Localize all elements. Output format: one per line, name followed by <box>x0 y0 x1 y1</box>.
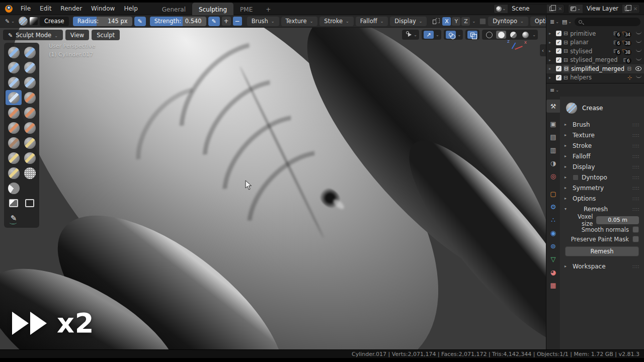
new-scene-button[interactable] <box>547 5 556 13</box>
brush-direction-add-button[interactable]: + <box>222 17 231 26</box>
symmetry-dropdown[interactable]: ⌄ <box>472 19 475 24</box>
shading-solid-button[interactable] <box>496 31 506 39</box>
properties-tab-physics[interactable]: ◉ <box>546 226 560 239</box>
outliner-row-primitive[interactable]: primitive634 <box>546 29 644 38</box>
scene-selector[interactable]: ⌄ Scene ✕ <box>494 4 565 14</box>
voxel-size-field[interactable]: 0.05 m <box>596 216 639 224</box>
properties-tab-particles[interactable]: ∴ <box>546 213 560 226</box>
tool-smooth[interactable] <box>22 90 38 105</box>
mirror-axis-z[interactable]: Z <box>461 17 470 26</box>
panel-display[interactable]: Display <box>560 161 644 172</box>
viewport-canvas[interactable]: Sculpt Mode View Sculpt ⌄ ⌄ ⌄ ⌄ User Per… <box>0 28 546 349</box>
show-object-types-dropdown[interactable]: ⌄ <box>402 30 419 40</box>
panel-dyntopo[interactable]: Dyntopo <box>560 172 644 183</box>
xray-toggle[interactable] <box>467 31 477 39</box>
options-dropdown[interactable]: Options <box>530 17 546 26</box>
smooth-normals-checkbox[interactable] <box>632 226 639 233</box>
drag-handle-icon[interactable] <box>632 175 639 180</box>
drag-handle-icon[interactable] <box>632 143 639 148</box>
remesh-button[interactable]: Remesh <box>565 246 639 256</box>
tool-simplify[interactable] <box>22 165 38 180</box>
drag-handle-icon[interactable] <box>632 207 639 212</box>
shading-material-button[interactable] <box>508 31 518 39</box>
properties-tab-constraints[interactable]: ⊚ <box>546 239 560 252</box>
properties-tab-object[interactable]: ▢ <box>546 187 560 200</box>
sculpt-menu[interactable]: Sculpt <box>92 30 120 40</box>
expand-icon[interactable] <box>549 31 554 36</box>
panel-dropdown-stroke[interactable]: Stroke <box>319 17 353 26</box>
panel-options[interactable]: Options <box>560 193 644 204</box>
tool-box-mask[interactable] <box>6 196 22 211</box>
brush-direction-subtract-button[interactable]: − <box>233 17 242 26</box>
drag-handle-icon[interactable] <box>632 154 639 159</box>
visibility-checkbox[interactable] <box>556 48 561 54</box>
visibility-checkbox[interactable] <box>556 57 561 63</box>
menu-render[interactable]: Render <box>56 3 87 15</box>
eye-open-icon[interactable] <box>635 66 641 71</box>
dyntopo-enable-checkbox[interactable] <box>573 174 579 180</box>
properties-tab-view-layer[interactable]: ▥ <box>546 143 560 156</box>
properties-tab-world[interactable]: ◎ <box>546 169 560 183</box>
properties-tab-output[interactable]: ▤ <box>546 130 560 143</box>
panel-dropdown-falloff[interactable]: Falloff <box>356 17 388 26</box>
unlink-scene-button[interactable]: ✕ <box>556 5 564 13</box>
outliner-editor-type-button[interactable]: ≣⌄ <box>550 19 559 25</box>
menu-edit[interactable]: Edit <box>35 3 56 15</box>
eye-closed-icon[interactable] <box>636 57 641 60</box>
expand-icon[interactable] <box>549 58 554 62</box>
dyntopo-checkbox[interactable] <box>479 18 486 25</box>
visibility-checkbox[interactable] <box>556 75 561 80</box>
menu-file[interactable]: File <box>16 3 35 15</box>
panel-texture[interactable]: Texture <box>560 130 644 140</box>
properties-tab-texture[interactable]: ▦ <box>546 279 560 292</box>
blender-logo-icon[interactable] <box>5 5 13 13</box>
properties-tab-object-data[interactable]: ▽ <box>546 252 560 265</box>
drag-handle-icon[interactable] <box>632 264 639 269</box>
tool-crease[interactable] <box>6 90 22 105</box>
outliner-row-stylised[interactable]: stylised638 <box>546 47 644 56</box>
shading-rendered-button[interactable] <box>520 31 530 39</box>
view-menu[interactable]: View <box>65 30 89 40</box>
sidebar-collapse-arrow[interactable]: ‹ <box>540 44 546 56</box>
outliner-row-helpers[interactable]: helpers <box>546 73 644 82</box>
gizmos-toggle[interactable] <box>424 31 434 39</box>
brush-falloff-preview-icon[interactable] <box>30 17 38 25</box>
drag-handle-icon[interactable] <box>632 186 639 191</box>
strength-pressure-toggle[interactable] <box>208 17 220 26</box>
tool-annotate[interactable] <box>6 211 22 226</box>
crease-brush-icon[interactable] <box>566 103 577 114</box>
view-layer-selector[interactable]: ⌄ View Layer ✕ <box>568 4 640 14</box>
brush-name-field[interactable]: Crease <box>40 17 69 26</box>
overlays-toggle[interactable] <box>446 31 456 39</box>
visibility-checkbox[interactable] <box>556 66 561 71</box>
tool-draw[interactable] <box>6 45 22 60</box>
tool-mask[interactable] <box>6 180 22 196</box>
outliner-search-input[interactable] <box>575 18 640 26</box>
tool-nudge[interactable] <box>22 150 38 165</box>
expand-icon[interactable] <box>549 40 554 45</box>
panel-brush[interactable]: Brush <box>560 119 644 130</box>
properties-tab-material[interactable]: ◕ <box>546 265 560 279</box>
visibility-checkbox[interactable] <box>556 31 561 36</box>
panel-symmetry[interactable]: Symmetry <box>560 183 644 193</box>
panel-dropdown-brush[interactable]: Brush <box>247 17 279 26</box>
new-view-layer-button[interactable] <box>622 5 631 13</box>
outliner-row-simplified_merged[interactable]: simplified_merged <box>546 64 644 73</box>
tool-flatten[interactable] <box>6 105 22 120</box>
tool-thumb[interactable] <box>6 150 22 165</box>
visibility-checkbox[interactable] <box>556 40 561 45</box>
strength-slider[interactable]: Strength: 0.540 <box>150 17 206 26</box>
panel-dropdown-texture[interactable]: Texture <box>281 17 318 26</box>
tool-pinch[interactable] <box>22 120 38 135</box>
tool-fill[interactable] <box>22 105 38 120</box>
properties-editor-type-button[interactable]: ≡⌄ <box>550 87 559 94</box>
workspace-tab-sculpting[interactable]: Sculpting <box>192 3 233 15</box>
tool-clay-strips[interactable] <box>6 60 22 75</box>
add-workspace-tab[interactable]: + <box>259 3 277 15</box>
tool-inflate[interactable] <box>6 75 22 90</box>
panel-falloff[interactable]: Falloff <box>560 151 644 161</box>
outliner-row-stylised_merged[interactable]: stylised_merged6 <box>546 56 644 65</box>
outliner-filter-button[interactable]: ▤⌄ <box>562 19 572 25</box>
tool-clay[interactable] <box>22 45 38 60</box>
active-tool-selector[interactable]: ⌄ <box>3 18 17 25</box>
